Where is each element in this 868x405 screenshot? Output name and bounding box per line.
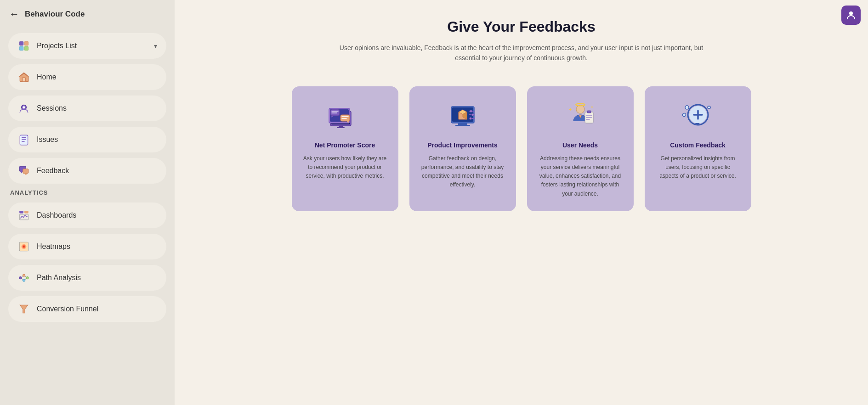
svg-marker-15 [24, 173, 28, 175]
sidebar-header: ← Behaviour Code [0, 0, 175, 28]
card-title-user-needs: User Needs [562, 141, 598, 149]
heatmaps-icon [17, 240, 30, 253]
sidebar-label-projects-list: Projects List [37, 42, 148, 50]
svg-point-22 [23, 246, 24, 247]
svg-point-74 [685, 106, 689, 109]
sidebar-item-heatmaps[interactable]: Heatmaps [8, 234, 166, 259]
svg-line-29 [25, 276, 26, 277]
path-icon [17, 271, 30, 284]
feedback-cards-grid: Net Promoter Score Ask your users how li… [292, 86, 751, 211]
svg-point-23 [19, 276, 22, 279]
sidebar-nav: Projects List ▾ Home Sessions Issues [0, 28, 175, 405]
card-description-custom-feedback: Get personalized insights from users, fo… [656, 154, 740, 181]
svg-point-26 [26, 276, 28, 279]
card-title-nps: Net Promoter Score [315, 141, 375, 149]
main-content: Give Your Feedbacks User opinions are in… [175, 0, 868, 405]
svg-rect-45 [339, 126, 343, 127]
svg-point-76 [682, 113, 686, 117]
sidebar-label-home: Home [37, 73, 157, 81]
card-description-product-improvements: Gather feedback on design, performance, … [420, 154, 505, 190]
chevron-icon-projects-list: ▾ [154, 42, 157, 50]
svg-point-75 [708, 106, 710, 109]
svg-line-27 [22, 276, 23, 277]
svg-rect-8 [20, 135, 28, 145]
card-title-custom-feedback: Custom Feedback [670, 141, 726, 149]
custom-icon [680, 101, 716, 133]
product-icon [444, 101, 481, 133]
sidebar-item-projects-list[interactable]: Projects List ▾ [8, 33, 166, 59]
svg-rect-0 [19, 41, 23, 45]
nps-icon [327, 101, 363, 133]
sidebar-item-sessions[interactable]: Sessions [8, 96, 166, 121]
svg-rect-46 [337, 127, 345, 128]
card-title-product-improvements: Product Improvements [427, 141, 497, 149]
svg-marker-13 [20, 171, 23, 173]
feedback-card-custom-feedback[interactable]: Custom Feedback Get personalized insight… [645, 86, 751, 211]
user-avatar[interactable] [841, 6, 861, 25]
card-description-nps: Ask your users how likely they are to re… [303, 154, 387, 181]
svg-rect-50 [455, 125, 470, 126]
feedback-card-product-improvements[interactable]: Product Improvements Gather feedback on … [409, 86, 516, 211]
svg-text:✦: ✦ [590, 105, 594, 109]
svg-rect-49 [458, 123, 467, 125]
svg-rect-41 [340, 115, 350, 121]
sidebar-label-conversion-funnel: Conversion Funnel [37, 305, 157, 313]
feedback-card-nps[interactable]: Net Promoter Score Ask your users how li… [292, 86, 398, 211]
svg-point-66 [576, 104, 585, 106]
svg-point-55 [470, 110, 472, 112]
svg-point-57 [471, 114, 474, 116]
svg-rect-37 [330, 109, 340, 116]
svg-line-28 [22, 278, 23, 280]
svg-point-7 [23, 106, 25, 108]
issues-icon [17, 133, 30, 146]
back-button[interactable]: ← [9, 8, 19, 20]
card-description-user-needs: Addressing these needs ensures your serv… [538, 154, 623, 198]
home-icon [17, 71, 30, 84]
svg-point-59 [469, 118, 471, 120]
svg-rect-4 [23, 78, 26, 82]
svg-text:✦: ✦ [568, 107, 572, 112]
grid-icon [17, 39, 30, 52]
sidebar-label-issues: Issues [37, 135, 157, 144]
sessions-icon [17, 102, 30, 115]
page-subtitle: User opinions are invaluable, Feedback i… [333, 43, 710, 63]
svg-point-25 [23, 279, 25, 281]
feedback-icon [17, 164, 30, 177]
sidebar-item-path-analysis[interactable]: Path Analysis [8, 265, 166, 291]
svg-point-77 [849, 11, 853, 15]
sidebar-item-home[interactable]: Home [8, 64, 166, 90]
svg-marker-31 [20, 305, 28, 313]
svg-rect-3 [24, 46, 28, 51]
sidebar-item-issues[interactable]: Issues [8, 127, 166, 152]
user-needs-icon: ✦ ✦ [562, 101, 599, 133]
svg-rect-2 [19, 46, 23, 51]
sidebar-label-dashboards: Dashboards [37, 211, 157, 219]
sidebar-label-heatmaps: Heatmaps [37, 242, 157, 251]
svg-rect-62 [587, 111, 591, 113]
sidebar-item-dashboards[interactable]: Dashboards [8, 202, 166, 228]
svg-rect-14 [23, 169, 28, 174]
svg-point-60 [576, 105, 584, 113]
svg-rect-16 [19, 211, 23, 213]
analytics-section-label: ANALYTICS [10, 189, 165, 196]
svg-line-30 [25, 278, 26, 280]
sidebar-item-conversion-funnel[interactable]: Conversion Funnel [8, 296, 166, 322]
svg-point-24 [23, 274, 25, 276]
svg-rect-17 [24, 211, 28, 213]
feedback-card-user-needs[interactable]: ✦ ✦ User Needs Addressing these needs en… [527, 86, 634, 211]
page-title: Give Your Feedbacks [447, 18, 596, 35]
sidebar-label-feedback: Feedback [37, 167, 157, 175]
sidebar-label-path-analysis: Path Analysis [37, 274, 157, 282]
sidebar-item-feedback[interactable]: Feedback [8, 158, 166, 184]
svg-rect-1 [24, 41, 28, 45]
sidebar-label-sessions: Sessions [37, 104, 157, 112]
dashboards-icon [17, 209, 30, 222]
funnel-icon [17, 303, 30, 315]
app-title: Behaviour Code [25, 10, 85, 19]
sidebar: ← Behaviour Code Projects List ▾ Home Se… [0, 0, 175, 405]
